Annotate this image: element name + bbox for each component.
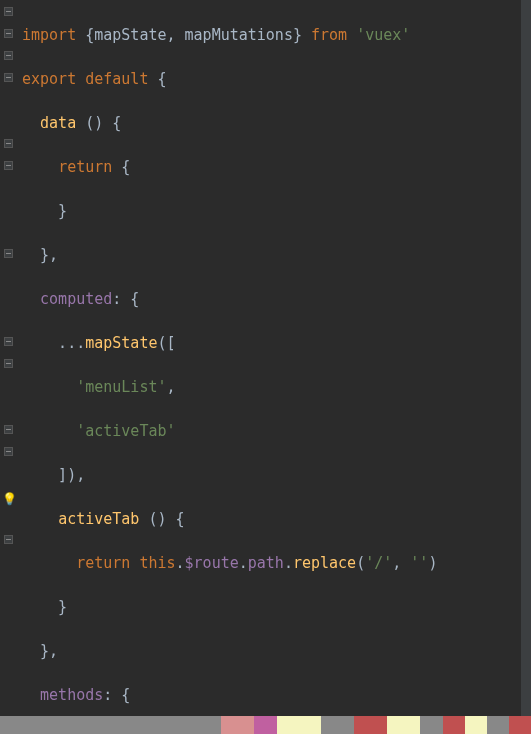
scrollbar[interactable]: [521, 0, 531, 734]
footer-segment: [387, 716, 420, 734]
fold-icon[interactable]: [4, 161, 13, 170]
footer-segment: [277, 716, 321, 734]
fold-icon[interactable]: [4, 447, 13, 456]
code-line[interactable]: data () {: [22, 112, 521, 134]
fold-icon[interactable]: [4, 249, 13, 258]
footer-segment: [420, 716, 442, 734]
code-line[interactable]: import {mapState, mapMutations} from 'vu…: [22, 24, 521, 46]
code-line[interactable]: },: [22, 244, 521, 266]
code-line[interactable]: }: [22, 200, 521, 222]
code-line[interactable]: export default {: [22, 68, 521, 90]
code-line[interactable]: }: [22, 596, 521, 618]
code-line[interactable]: return this.$route.path.replace('/', ''): [22, 552, 521, 574]
fold-icon[interactable]: [4, 73, 13, 82]
code-line[interactable]: 'menuList',: [22, 376, 521, 398]
footer-segment: [254, 716, 276, 734]
fold-icon[interactable]: [4, 51, 13, 60]
footer-segment: [509, 716, 531, 734]
code-editor[interactable]: 💡 import {mapState, mapMutations} from '…: [0, 0, 531, 734]
code-line[interactable]: ]),: [22, 464, 521, 486]
code-line[interactable]: computed: {: [22, 288, 521, 310]
footer-segment: [487, 716, 509, 734]
code-line[interactable]: ...mapState([: [22, 332, 521, 354]
fold-icon[interactable]: [4, 139, 13, 148]
footer-segment: [354, 716, 387, 734]
fold-icon[interactable]: [4, 29, 13, 38]
footer-segment: [0, 716, 221, 734]
code-line[interactable]: activeTab () {: [22, 508, 521, 530]
fold-icon[interactable]: [4, 535, 13, 544]
code-line[interactable]: methods: {: [22, 684, 521, 706]
footer-segment: [221, 716, 254, 734]
footer-segment: [321, 716, 354, 734]
code-line[interactable]: },: [22, 640, 521, 662]
fold-icon[interactable]: [4, 7, 13, 16]
lightbulb-icon[interactable]: 💡: [2, 488, 17, 510]
footer-segment: [465, 716, 487, 734]
gutter: 💡: [0, 0, 18, 734]
code-line[interactable]: 'activeTab': [22, 420, 521, 442]
code-area[interactable]: import {mapState, mapMutations} from 'vu…: [18, 0, 521, 734]
fold-icon[interactable]: [4, 425, 13, 434]
footer-bar: [0, 716, 531, 734]
fold-icon[interactable]: [4, 337, 13, 346]
code-line[interactable]: return {: [22, 156, 521, 178]
fold-icon[interactable]: [4, 359, 13, 368]
footer-segment: [443, 716, 465, 734]
